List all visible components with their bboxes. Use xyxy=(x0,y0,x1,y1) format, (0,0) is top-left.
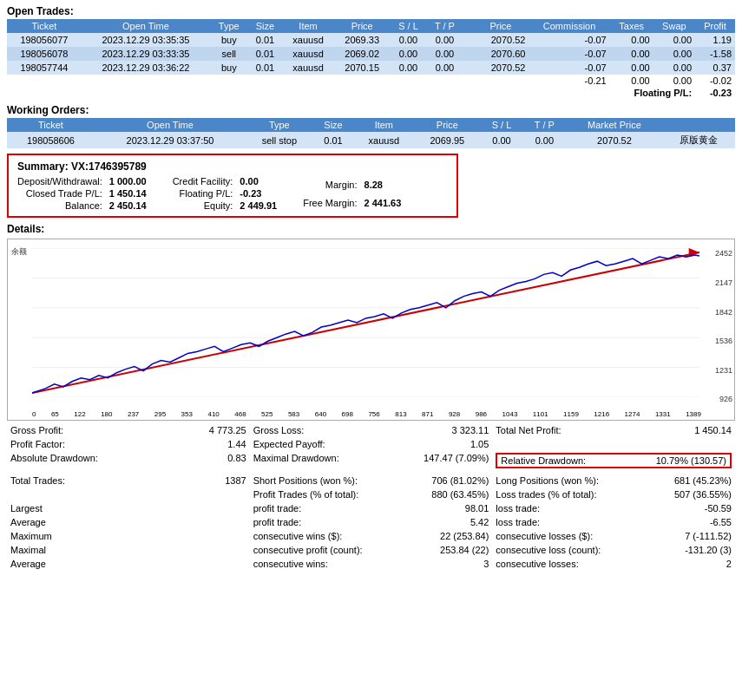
maximum-label: Maximum xyxy=(10,531,52,541)
maximal-drawdown-value: 147.47 (7.09%) xyxy=(424,453,489,468)
col-taxes: Taxes xyxy=(610,19,653,33)
wo-col-extra xyxy=(663,118,735,132)
floating-pl-sum-value: -0.23 xyxy=(240,188,277,199)
x-295: 295 xyxy=(154,410,166,418)
short-positions-value: 706 (81.02%) xyxy=(431,475,489,486)
col-commission: Commission xyxy=(529,19,609,33)
gross-profit-label: Gross Profit: xyxy=(10,425,63,435)
profit-factor-value: 1.44 xyxy=(227,439,246,449)
total-trades-label: Total Trades: xyxy=(10,475,65,486)
largest-label: Largest xyxy=(10,503,43,514)
credit-label: Credit Facility: xyxy=(173,176,233,186)
average-consecutive-wins-label: consecutive wins: xyxy=(253,559,328,569)
wo-col-tp: T / P xyxy=(523,118,567,132)
long-positions-label: Long Positions (won %): xyxy=(496,475,599,486)
absolute-drawdown-row: Absolute Drawdown: 0.83 xyxy=(7,452,250,469)
open-trades-title: Open Trades: xyxy=(7,5,735,17)
closed-pl-label: Closed Trade P/L: xyxy=(17,188,102,199)
wo-col-item: Item xyxy=(354,118,415,132)
col-sl: S / L xyxy=(391,19,427,33)
details-section: Details: 余额 2452 2147 1842 1536 1231 926 xyxy=(7,223,735,570)
col-ticket: Ticket xyxy=(7,19,82,33)
maximal-drawdown-row: Maximal Drawdown: 147.47 (7.09%) xyxy=(250,452,493,469)
loss-trades-row: Loss trades (% of total): 507 (36.55%) xyxy=(492,488,735,500)
absolute-drawdown-value: 0.83 xyxy=(227,453,246,468)
free-margin-value: 2 441.63 xyxy=(364,198,402,208)
wo-col-market-price: Market Price xyxy=(566,118,663,132)
maximum-consecutive-losses-value: 7 (-111.52) xyxy=(685,531,732,541)
relative-drawdown-value: 10.79% (130.57) xyxy=(656,455,726,466)
largest-profit-trade-value: 98.01 xyxy=(465,503,489,514)
summary-right: Margin: 8.28 Free Margin: 2 441.63 xyxy=(303,176,401,211)
y-tick-1536: 1536 xyxy=(715,337,732,345)
working-orders-table: Ticket Open Time Type Size Item Price S … xyxy=(7,118,735,148)
x-0: 0 xyxy=(32,410,36,418)
x-180: 180 xyxy=(101,410,112,418)
loss-trades-label: Loss trades (% of total): xyxy=(496,489,596,500)
wo-col-open-time: Open Time xyxy=(95,118,246,132)
details-title: Details: xyxy=(7,223,735,235)
x-1101: 1101 xyxy=(533,410,548,418)
x-871: 871 xyxy=(422,410,433,418)
table-row: 1980560782023.12.29 03:33:35sell0.01xauu… xyxy=(7,47,735,61)
profit-trades-row: Profit Trades (% of total): 880 (63.45%) xyxy=(250,488,493,500)
average-profit-trade-value: 5.42 xyxy=(470,517,489,527)
maximum-consecutive-wins-label: consecutive wins ($): xyxy=(253,531,343,541)
gross-loss-label: Gross Loss: xyxy=(253,425,305,435)
col-empty xyxy=(463,19,473,33)
balance-label: Balance: xyxy=(17,200,102,211)
totals-row: -0.210.000.00-0.02 xyxy=(7,75,735,87)
y-tick-926: 926 xyxy=(719,396,732,403)
maximal-consecutive-profit-value: 253.84 (22) xyxy=(440,545,489,555)
y-tick-2147: 2147 xyxy=(715,279,732,287)
maximal-consecutive-loss-label: consecutive loss (count): xyxy=(496,545,601,555)
short-positions-label: Short Positions (won %): xyxy=(253,475,358,486)
relative-drawdown-label: Relative Drawdown: xyxy=(501,455,586,466)
col-profit: Profit xyxy=(695,19,735,33)
average-label: Average xyxy=(10,517,46,527)
stats-grid-1: Gross Profit: 4 773.25 Gross Loss: 3 323… xyxy=(7,424,735,469)
maximum-consecutive-wins-value: 22 (253.84) xyxy=(440,531,489,541)
summary-left: Deposit/Withdrawal: 1 000.00 Closed Trad… xyxy=(17,176,147,211)
summary-middle: Credit Facility: 0.00 Floating P/L: -0.2… xyxy=(173,176,278,211)
x-698: 698 xyxy=(342,410,353,418)
maximal-consecutive-profit-label: consecutive profit (count): xyxy=(253,545,363,555)
average2-label: Average xyxy=(10,559,46,569)
open-trades-table: Ticket Open Time Type Size Item Price S … xyxy=(7,19,735,99)
total-trades-row: Total Trades: 1387 xyxy=(7,474,250,487)
largest-loss-trade-row: loss trade: -50.59 xyxy=(492,502,735,514)
gross-profit-value: 4 773.25 xyxy=(209,425,246,435)
open-trades-header-row: Ticket Open Time Type Size Item Price S … xyxy=(7,19,735,33)
profit-factor-row: Profit Factor: 1.44 xyxy=(7,438,250,450)
x-1389: 1389 xyxy=(686,410,701,418)
largest-loss-trade-value: -50.59 xyxy=(705,503,732,514)
col-size: Size xyxy=(247,19,282,33)
average-consecutive-losses-row: consecutive losses: 2 xyxy=(492,558,735,570)
wo-col-price: Price xyxy=(414,118,480,132)
floating-pl-row: Floating P/L:-0.23 xyxy=(7,87,735,99)
empty-cell-1 xyxy=(7,488,250,500)
maximum-consecutive-losses-row: consecutive losses ($): 7 (-111.52) xyxy=(492,530,735,542)
x-65: 65 xyxy=(51,410,59,418)
chart-container: 余额 2452 2147 1842 1536 1231 926 0 xyxy=(7,239,735,421)
x-525: 525 xyxy=(261,410,273,418)
average-consecutive-losses-value: 2 xyxy=(726,559,732,569)
x-1043: 1043 xyxy=(502,410,518,418)
x-756: 756 xyxy=(368,410,379,418)
margin-label: Margin: xyxy=(303,180,357,190)
x-1159: 1159 xyxy=(563,410,579,418)
x-237: 237 xyxy=(128,410,139,418)
maximum-consecutive-losses-label: consecutive losses ($): xyxy=(496,531,593,541)
short-positions-row: Short Positions (won %): 706 (81.02%) xyxy=(250,474,493,487)
table-row: 1980560772023.12.29 03:35:35buy0.01xauus… xyxy=(7,33,735,47)
largest-label-cell: Largest xyxy=(7,502,250,514)
x-928: 928 xyxy=(449,410,460,418)
average-consecutive-losses-label: consecutive losses: xyxy=(496,559,578,569)
svg-line-6 xyxy=(32,252,699,393)
absolute-drawdown-label: Absolute Drawdown: xyxy=(10,453,98,468)
wo-col-ticket: Ticket xyxy=(7,118,95,132)
x-1216: 1216 xyxy=(594,410,609,418)
col-item: Item xyxy=(282,19,333,33)
x-1331: 1331 xyxy=(655,410,671,418)
margin-value: 8.28 xyxy=(364,180,402,190)
